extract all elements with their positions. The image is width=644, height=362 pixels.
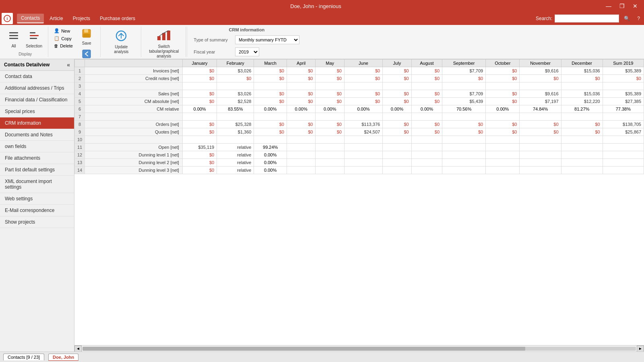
scrollbar-thumb[interactable] — [83, 347, 525, 351]
sidebar-item-part-list-settings[interactable]: Part list default settings — [0, 164, 74, 176]
update-analysis-icon — [115, 29, 128, 44]
fiscal-year-select[interactable]: 2019 — [235, 47, 259, 56]
cell-value — [344, 113, 382, 121]
cell-value: $0 — [411, 75, 442, 82]
cell-value — [411, 159, 442, 167]
menu-contacts[interactable]: Contacts — [17, 14, 44, 23]
cell-value: $24,507 — [344, 128, 382, 136]
sidebar-item-additional-addresses[interactable]: Additional addresses / Trips — [0, 82, 74, 94]
cell-value: $0 — [561, 121, 603, 128]
cell-value: $0 — [383, 67, 412, 75]
cell-value — [287, 113, 316, 121]
save-button[interactable]: Save — [80, 27, 93, 46]
svg-rect-10 — [83, 34, 90, 37]
cell-value — [254, 82, 287, 90]
update-analysis-button[interactable]: Update analysis — [105, 27, 138, 56]
cell-value: $0 — [486, 90, 520, 98]
cell-value — [520, 167, 561, 174]
col-num-header — [75, 60, 85, 67]
col-april: April — [287, 60, 316, 67]
sidebar-item-xml-import[interactable]: XML document import settings — [0, 176, 74, 193]
svg-text:i: i — [7, 16, 8, 21]
cell-value: $0 — [182, 159, 217, 167]
switch-analysis-icon — [157, 29, 171, 43]
type-of-summary-select[interactable]: Monthly summary FYTD — [235, 35, 299, 44]
copy-button[interactable]: 📋 Copy — [52, 35, 74, 42]
display-group: All Selection Display — [2, 27, 48, 57]
cell-value: 99.24% — [254, 144, 287, 151]
sidebar-item-special-prices[interactable]: Special prices — [0, 106, 74, 117]
cell-value — [182, 82, 217, 90]
cell-value: 0.00% — [254, 167, 287, 174]
svg-rect-7 — [30, 38, 37, 39]
collapse-button[interactable]: « — [67, 62, 70, 68]
cell-value — [442, 136, 486, 144]
cell-value — [182, 136, 217, 144]
crm-table-container[interactable]: January February March April May June Ju… — [74, 59, 644, 345]
help-button[interactable]: ? — [635, 15, 642, 22]
cell-value: $0 — [383, 121, 412, 128]
cell-value — [344, 144, 382, 151]
cell-value — [561, 82, 603, 90]
sidebar-item-financial-data[interactable]: Financial data / Classification — [0, 94, 74, 106]
cell-value — [486, 82, 520, 90]
cell-value — [603, 159, 644, 167]
cell-value — [486, 144, 520, 151]
cell-value — [344, 151, 382, 159]
app-logo[interactable]: i — [2, 13, 13, 24]
new-button[interactable]: 👤 New — [52, 27, 74, 34]
sidebar-item-crm-information[interactable]: CRM information — [0, 117, 74, 129]
search-button[interactable]: 🔍 — [621, 15, 632, 22]
sidebar-item-documents-notes[interactable]: Documents and Notes — [0, 129, 74, 141]
cell-value — [561, 113, 603, 121]
maximize-button[interactable]: ❐ — [617, 2, 627, 10]
contacts-status-tab[interactable]: Contacts [9 / 23] — [3, 354, 44, 360]
row-number: 6 — [75, 105, 85, 113]
switch-analysis-button[interactable]: Switch tabular/graphical analysis — [145, 27, 182, 60]
cell-value — [411, 167, 442, 174]
sidebar-item-contact-data[interactable]: Contact data — [0, 71, 74, 82]
menu-purchase-orders[interactable]: Purchase orders — [96, 14, 139, 23]
cell-value: $0 — [561, 75, 603, 82]
cell-value — [254, 113, 287, 121]
cell-value: $0 — [442, 121, 486, 128]
close-button[interactable]: ✕ — [630, 2, 640, 10]
selection-icon — [29, 30, 40, 43]
sidebar-item-web-settings[interactable]: Web settings — [0, 193, 74, 205]
cell-value: $0 — [182, 128, 217, 136]
sidebar-item-email-correspondence[interactable]: E-Mail correspondence — [0, 205, 74, 216]
sidebar-item-file-attachments[interactable]: File attachments — [0, 152, 74, 164]
minimize-button[interactable]: — — [603, 2, 614, 10]
svg-rect-3 — [9, 35, 18, 36]
row-label: Invoices [net] — [85, 67, 183, 75]
cell-value: $0 — [254, 121, 287, 128]
switch-analysis-label: Switch tabular/graphical analysis — [148, 44, 180, 59]
scroll-left-button[interactable]: ◄ — [74, 346, 82, 352]
cell-value: $0 — [383, 128, 412, 136]
scroll-right-button[interactable]: ► — [637, 346, 644, 352]
sidebar-item-own-fields[interactable]: own fields — [0, 141, 74, 152]
horizontal-scrollbar[interactable]: ◄ ► — [74, 345, 644, 352]
menu-article[interactable]: Article — [45, 14, 67, 23]
delete-icon: 🗑 — [54, 43, 58, 48]
crm-table: January February March April May June Ju… — [74, 59, 644, 174]
svg-rect-18 — [167, 31, 170, 40]
menu-projects[interactable]: Projects — [69, 14, 94, 23]
cell-value: 0.00% — [254, 159, 287, 167]
main-area: Contacts Detailview « Contact data Addit… — [0, 59, 644, 352]
cell-value: $0 — [344, 67, 382, 75]
sidebar-item-show-projects[interactable]: Show projects — [0, 216, 74, 228]
table-row: 8Orders [net]$0$25,328$0$0$0$113,376$0$0… — [75, 121, 644, 128]
cell-value: $0 — [344, 98, 382, 105]
cell-value — [316, 151, 345, 159]
person-status-tab[interactable]: Doe, John — [48, 354, 78, 361]
cell-value — [383, 167, 412, 174]
cell-value — [561, 144, 603, 151]
all-button[interactable]: All — [6, 29, 22, 50]
col-january: January — [182, 60, 217, 67]
sidebar-header: Contacts Detailview « — [0, 59, 74, 71]
search-input[interactable] — [555, 14, 619, 23]
delete-button[interactable]: 🗑 Delete — [52, 43, 74, 49]
selection-button[interactable]: Selection — [23, 29, 45, 50]
fiscal-year-label: Fiscal year — [194, 49, 232, 54]
